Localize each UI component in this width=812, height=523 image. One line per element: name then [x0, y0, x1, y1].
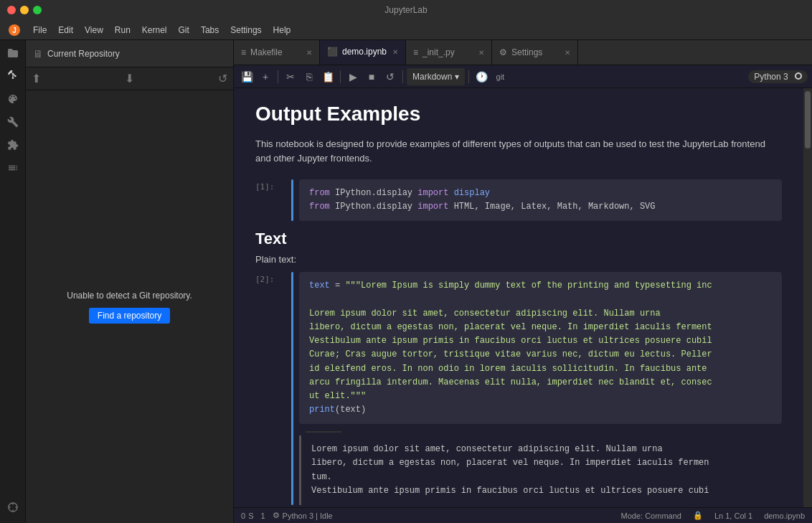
var-text: text	[309, 281, 330, 291]
menu-tabs[interactable]: Tabs	[195, 24, 225, 37]
sidebar-upload-bar: ⬆ ⬇ ↺	[26, 67, 233, 90]
save-button[interactable]: 💾	[238, 68, 255, 85]
text-section-title: Text	[255, 230, 782, 248]
text-section-sub: Plain text:	[255, 254, 782, 265]
demo-tab-close[interactable]: ✕	[392, 48, 398, 56]
code-line-text-7: id eleifend eros. In non odio in lorem i…	[309, 362, 772, 376]
code-line-text-2	[309, 293, 772, 307]
code-line-2: from IPython.display import HTML, Image,…	[309, 200, 772, 214]
code-line-text-5: Vestibulum ante ipsum primis in faucibus…	[309, 334, 772, 348]
titlebar: JupyterLab	[0, 0, 812, 20]
stop-button[interactable]: ■	[363, 68, 380, 85]
status-right: Mode: Command 🔒 Ln 1, Col 1 demo.ipynb	[621, 511, 805, 520]
window-controls	[7, 6, 42, 14]
code-block-1[interactable]: from IPython.display import display from…	[299, 179, 782, 221]
string-open: """Lorem Ipsum is simply dummy text of t…	[345, 281, 712, 291]
notebook-title: Output Examples	[255, 103, 782, 126]
cut-button[interactable]: ✂	[282, 68, 299, 85]
kernel-status-bar: ⚙ Python 3 | Idle	[273, 511, 333, 520]
restart-button[interactable]: ↺	[382, 68, 399, 85]
makefile-tab-close[interactable]: ✕	[306, 49, 312, 57]
run-button[interactable]: ▶	[344, 68, 362, 85]
sidebar-content: Unable to detect a Git repository. Find …	[26, 90, 233, 523]
list-icon[interactable]	[3, 158, 23, 178]
keyword-from-2: from	[309, 202, 330, 212]
settings-tab-label: Settings	[511, 47, 542, 57]
clock-icon[interactable]: 🕐	[473, 68, 490, 85]
code-equals: =	[335, 281, 345, 291]
code-module-2: IPython.display	[335, 202, 417, 212]
cell-label: S	[248, 512, 253, 520]
cell-body-1: from IPython.display import display from…	[299, 179, 782, 221]
line-info: 1	[260, 512, 265, 520]
menu-file[interactable]: File	[27, 24, 52, 37]
sidebar-title: Current Repository	[47, 49, 120, 59]
cell-bar-2	[291, 272, 293, 505]
paste-button[interactable]: 📋	[319, 68, 336, 85]
code-line-text-9: ut elit."""	[309, 390, 772, 403]
cell-bar-1	[291, 179, 293, 221]
menubar: J File Edit View Run Kernel Git Tabs Set…	[0, 20, 812, 40]
tab-init[interactable]: ≡ _init_.py ✕	[406, 40, 492, 65]
find-repository-button[interactable]: Find a repository	[89, 308, 170, 324]
folder-icon[interactable]	[3, 43, 23, 63]
git-toolbar-icon[interactable]: git	[491, 68, 509, 85]
extension-icon[interactable]	[3, 135, 23, 155]
security-icon: 🔒	[693, 511, 703, 520]
close-button[interactable]	[7, 6, 16, 14]
cursor-position: Ln 1, Col 1	[714, 512, 752, 520]
code-line-text-8: arcu fringilla interdum. Maecenas elit n…	[309, 376, 772, 390]
keyword-import-2: import	[417, 202, 448, 212]
menu-edit[interactable]: Edit	[52, 24, 79, 37]
code-module-1: IPython.display	[335, 188, 417, 198]
git-icon[interactable]	[3, 66, 23, 86]
add-cell-button[interactable]: +	[257, 68, 274, 85]
tab-settings[interactable]: ⚙ Settings ✕	[492, 40, 578, 65]
init-tab-icon: ≡	[413, 47, 418, 57]
scrollbar-thumb[interactable]	[805, 91, 811, 149]
cell-output-2: Lorem ipsum dolor sit amet, consectetur …	[299, 435, 782, 505]
demo-tab-icon: ⬛	[327, 47, 338, 57]
cell-num-1: [1]:	[255, 179, 291, 221]
cell-type-dropdown[interactable]: Markdown ▾	[407, 68, 465, 85]
tab-makefile[interactable]: ≡ Makefile ✕	[234, 40, 320, 65]
main-content: ≡ Makefile ✕ ⬛ demo.ipynb ✕ ≡ _init_.py …	[234, 40, 812, 523]
tab-bar: ≡ Makefile ✕ ⬛ demo.ipynb ✕ ≡ _init_.py …	[234, 40, 812, 65]
code-line-text-4: libero, dictum a egestas non, placerat v…	[309, 321, 772, 334]
toolbar-separator-4	[468, 70, 469, 83]
kernel-info[interactable]: Python 3	[748, 70, 808, 83]
maximize-button[interactable]	[33, 6, 42, 14]
code-cell-2: [2]: text = """Lorem Ipsum is simply dum…	[255, 272, 782, 505]
code-parens: (text)	[335, 405, 366, 415]
menu-run[interactable]: Run	[109, 24, 136, 37]
icon-bar	[0, 40, 26, 523]
upload-icon[interactable]: ⬆	[32, 72, 41, 85]
status-bar: 0 S 1 ⚙ Python 3 | Idle Mode: Command 🔒 …	[234, 507, 812, 523]
menu-view[interactable]: View	[79, 24, 109, 37]
init-tab-close[interactable]: ✕	[478, 49, 484, 57]
minimize-button[interactable]	[20, 6, 29, 14]
init-tab-label: _init_.py	[422, 47, 455, 57]
code-classes: HTML, Image, Latex, Math, Markdown, SVG	[454, 202, 656, 212]
puzzle-icon[interactable]	[3, 497, 23, 517]
settings-tab-close[interactable]: ✕	[565, 49, 570, 57]
monitor-icon: 🖥	[33, 48, 43, 60]
main-layout: 🖥 Current Repository ⬆ ⬇ ↺ Unable to det…	[0, 40, 812, 523]
menu-kernel[interactable]: Kernel	[136, 24, 173, 37]
refresh-icon[interactable]: ↺	[218, 72, 227, 85]
copy-button[interactable]: ⎘	[301, 68, 318, 85]
menu-git[interactable]: Git	[173, 24, 195, 37]
sidebar: 🖥 Current Repository ⬆ ⬇ ↺ Unable to det…	[26, 40, 234, 523]
code-func-1: display	[454, 188, 490, 198]
mode-indicator: Mode: Command	[621, 512, 681, 520]
menu-help[interactable]: Help	[268, 24, 297, 37]
tab-demo[interactable]: ⬛ demo.ipynb ✕	[320, 40, 406, 65]
palette-icon[interactable]	[3, 89, 23, 109]
code-line-text-1: text = """Lorem Ipsum is simply dummy te…	[309, 279, 772, 293]
download-icon[interactable]: ⬇	[125, 72, 134, 85]
scrollbar[interactable]	[803, 88, 812, 507]
menu-settings[interactable]: Settings	[225, 24, 267, 37]
tools-icon[interactable]	[3, 112, 23, 132]
code-block-2[interactable]: text = """Lorem Ipsum is simply dummy te…	[299, 272, 782, 424]
app-logo: J	[7, 23, 22, 37]
